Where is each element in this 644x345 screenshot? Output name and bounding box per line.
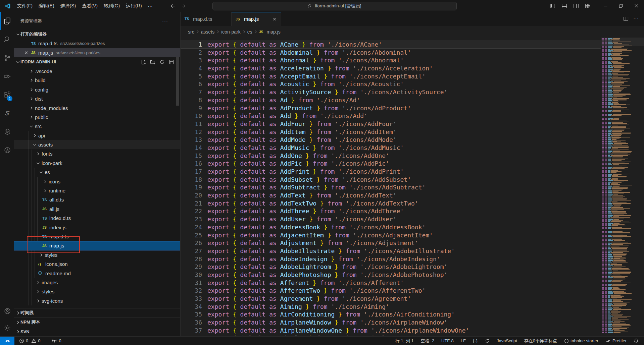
- activity-item-source-control[interactable]: [0, 49, 14, 67]
- code-line[interactable]: 19export { default as AddSubtract } from…: [181, 183, 601, 191]
- menu-item-v[interactable]: 查看(V): [79, 2, 101, 10]
- code-line[interactable]: 32export { default as AfferentTwo } from…: [181, 287, 601, 295]
- minimap[interactable]: [601, 38, 644, 336]
- code-line[interactable]: 14export { default as AddMusic } from '.…: [181, 144, 601, 152]
- tree-row[interactable]: build: [14, 76, 180, 85]
- breadcrumb-item[interactable]: src: [188, 29, 194, 35]
- tree-row[interactable]: dist: [14, 94, 180, 103]
- project-root-header[interactable]: IFORM-ADMIN-UI: [14, 57, 180, 67]
- code-line[interactable]: 23export { default as AddUser } from './…: [181, 215, 601, 223]
- code-line[interactable]: 6export { default as Acoustic } from './…: [181, 80, 601, 88]
- back-button[interactable]: [170, 3, 176, 9]
- status-item-utf8[interactable]: UTF-8: [440, 338, 455, 343]
- problems-status[interactable]: 0 0: [18, 338, 42, 343]
- editor-more-actions-icon[interactable]: ···: [633, 16, 639, 22]
- tree-row[interactable]: icon-park: [14, 159, 180, 168]
- breadcrumb[interactable]: srcassetsicon-parkesJSmap.js: [181, 26, 644, 38]
- minimize-button[interactable]: [598, 0, 613, 12]
- breadcrumb-item[interactable]: es: [247, 29, 252, 35]
- code-line[interactable]: 28export { default as AdobeIndesign } fr…: [181, 255, 601, 263]
- status-item[interactable]: [484, 339, 491, 343]
- open-editor-item[interactable]: JSmap.jssrc\assets\icon-park\es: [14, 48, 180, 57]
- minimap-slider[interactable]: [601, 38, 644, 46]
- tree-row[interactable]: images: [14, 278, 180, 287]
- code-line[interactable]: 29export { default as AdobeLightroom } f…: [181, 263, 601, 271]
- code-line[interactable]: 37export { default as AirplaneWindowOne …: [181, 327, 601, 335]
- code-line[interactable]: 9export { default as AdProduct } from '.…: [181, 104, 601, 112]
- code-line[interactable]: 30export { default as AdobePhotoshop } f…: [181, 271, 601, 279]
- sidebar-scrollbar[interactable]: [176, 57, 179, 106]
- tree-row[interactable]: api: [14, 131, 180, 140]
- status-item-0[interactable]: 存在0个异常标点: [523, 338, 558, 344]
- section-header[interactable]: 时间线: [14, 308, 180, 318]
- new-folder-icon[interactable]: [149, 59, 156, 65]
- status-item-11[interactable]: 行 1, 列 1: [394, 338, 415, 344]
- open-editors-header[interactable]: 打开的编辑器: [14, 30, 180, 39]
- code-line[interactable]: 5export { default as AcceptEmail } from …: [181, 72, 601, 80]
- close-tab-icon[interactable]: [272, 17, 277, 21]
- tree-row[interactable]: TSall.d.ts: [14, 195, 180, 204]
- code-line[interactable]: 20export { default as AddText } from './…: [181, 191, 601, 199]
- code-line[interactable]: 27export { default as AdobeIllustrate } …: [181, 247, 601, 255]
- menu-item-[interactable]: ···: [145, 2, 156, 10]
- activity-item-share-extension[interactable]: [0, 141, 14, 159]
- code-line[interactable]: 15export { default as AddOne } from './i…: [181, 152, 601, 160]
- tree-row[interactable]: .vscode: [14, 67, 180, 76]
- tree-row[interactable]: runtime: [14, 186, 180, 195]
- activity-item-s-extension[interactable]: S: [0, 104, 14, 122]
- tree-row[interactable]: src: [14, 122, 180, 131]
- status-item[interactable]: [632, 338, 640, 343]
- code-line[interactable]: 16export { default as AddPic } from './i…: [181, 160, 601, 168]
- code-line[interactable]: 13export { default as AddMode } from './…: [181, 136, 601, 144]
- breadcrumb-item[interactable]: assets: [201, 29, 214, 35]
- collapse-all-icon[interactable]: [168, 59, 175, 65]
- status-item-tabninestarter[interactable]: tabnine starter: [563, 338, 600, 343]
- tree-row[interactable]: es: [14, 168, 180, 177]
- split-editor-icon[interactable]: [623, 16, 629, 21]
- code-line[interactable]: 21export { default as AddTextTwo } from …: [181, 199, 601, 208]
- code-line[interactable]: 31export { default as Afferent } from '.…: [181, 279, 601, 287]
- code-line[interactable]: 35export { default as AirConditioning } …: [181, 310, 601, 319]
- remote-indicator[interactable]: ><: [0, 337, 14, 345]
- maximize-restore-button[interactable]: [613, 0, 629, 12]
- toggle-panel-icon[interactable]: [561, 3, 567, 9]
- tree-row[interactable]: {}icons.json: [14, 260, 180, 269]
- open-editor-item[interactable]: TSmap.d.tssrc\assets\icon-park\es: [14, 39, 180, 48]
- tree-row[interactable]: TSindex.d.ts: [14, 214, 180, 223]
- menu-item-r[interactable]: 运行(R): [123, 2, 145, 10]
- tree-row[interactable]: JSindex.js: [14, 223, 180, 232]
- forward-button[interactable]: [181, 3, 187, 9]
- status-item-2[interactable]: 空格: 2: [419, 338, 436, 344]
- tab-map-d-ts[interactable]: TSmap.d.ts: [181, 12, 232, 26]
- tree-row[interactable]: public: [14, 113, 180, 122]
- menu-item-s[interactable]: 选择(S): [57, 2, 79, 10]
- tree-row[interactable]: svg-icons: [14, 296, 180, 305]
- menu-item-e[interactable]: 编辑(E): [36, 2, 57, 10]
- section-header[interactable]: NPM 脚本: [14, 318, 180, 327]
- code-line[interactable]: 25export { default as AdjacentItem } fro…: [181, 231, 601, 239]
- broadcast-status[interactable]: 0: [50, 338, 62, 344]
- status-item-javascript[interactable]: JavaScript: [495, 338, 518, 343]
- tree-row[interactable]: JSall.js: [14, 205, 180, 214]
- tree-row[interactable]: assets: [14, 140, 180, 149]
- code-line[interactable]: 36export { default as AirplaneWindow } f…: [181, 319, 601, 327]
- activity-item-explorer[interactable]: [0, 12, 14, 30]
- code-line[interactable]: 26export { default as Adjustment } from …: [181, 239, 601, 247]
- tab-map-js[interactable]: JSmap.js: [232, 12, 281, 26]
- code-line[interactable]: 12export { default as AddItem } from './…: [181, 128, 601, 136]
- activity-item-run-debug[interactable]: [0, 67, 14, 85]
- command-center-search[interactable]: iform-admin-ui [管理员]: [212, 2, 457, 10]
- code-line[interactable]: 22export { default as AddThree } from '.…: [181, 207, 601, 215]
- sidebar-more-actions-icon[interactable]: ···: [162, 18, 168, 23]
- code-line[interactable]: 3export { default as Abnormal } from './…: [181, 56, 601, 64]
- code-line[interactable]: 1export { default as ACane } from './ico…: [181, 41, 601, 49]
- activity-item-package-extension[interactable]: [0, 122, 14, 141]
- tree-row[interactable]: node_modules: [14, 103, 180, 112]
- code-line[interactable]: 38export { default as Airplay } from './…: [181, 334, 601, 336]
- tree-row[interactable]: config: [14, 85, 180, 94]
- code-line[interactable]: 24export { default as AddressBook } from…: [181, 223, 601, 231]
- activity-item-settings[interactable]: [0, 320, 14, 336]
- code-line[interactable]: 7export { default as ActivitySource } fr…: [181, 88, 601, 96]
- menu-item-g[interactable]: 转到(G): [101, 2, 123, 10]
- toggle-sidebar-icon[interactable]: [549, 3, 556, 9]
